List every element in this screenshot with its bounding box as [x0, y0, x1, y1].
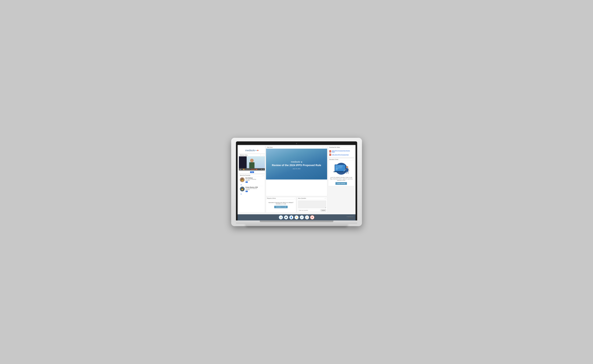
toolbar-icon-close[interactable]: ❌ — [310, 215, 314, 220]
email-icon-2[interactable] — [246, 191, 248, 192]
question-textarea[interactable] — [298, 201, 326, 208]
slide-widget-title: Slide Deck — [267, 147, 273, 148]
play-icon[interactable]: ▶ — [240, 169, 241, 170]
download-widget-title: Download the Slides — [329, 147, 340, 148]
laptop-base — [236, 221, 357, 224]
laptop-hinge — [260, 221, 333, 222]
svg-rect-4 — [338, 166, 343, 166]
presenter-title-2: VP, Electronic Measures — [246, 188, 264, 189]
powered-by-area: POWERED BY ON24 — [347, 216, 353, 219]
download-label-1: 2024 IPPS Proposed Rule Review [PDF] — [332, 150, 353, 153]
minimize-slide-icon[interactable]: − — [324, 147, 325, 148]
laptop-container: · · · · · · · · medisolv Webinar Vide — [231, 138, 362, 226]
toolbar-icon-video[interactable]: 💻 — [284, 215, 288, 220]
edu-text: Launch the Medisolv Education Center to … — [328, 177, 354, 181]
presenter-avatar-2: 👩 — [240, 187, 245, 191]
minimize-presenter-icon[interactable]: − — [262, 175, 262, 176]
download-list: PDF 2024 IPPS Proposed Rule Review [PDF]… — [328, 149, 354, 157]
presenter-widget-header: About the Presenter − □ — [239, 174, 265, 177]
toolbar-icon-resources[interactable]: 🔗 — [300, 215, 304, 220]
demo-widget-header: Request a Demo − — [266, 197, 296, 200]
webinar-layout: · · · · · · · · medisolv Webinar Vide — [238, 145, 355, 214]
toolbar-icon-slides[interactable]: 📊 — [279, 215, 283, 220]
presenter-info-1: Erin Heilman VP, Sales & Marketing Medis… — [246, 177, 264, 183]
camera-dot — [296, 143, 297, 144]
demo-text: Interested in learning more about our so… — [268, 202, 294, 205]
forward-icon[interactable]: ⏩ — [243, 169, 245, 170]
download-label-2: CMS 2024 IPPS Proposed Rule — [332, 154, 349, 156]
presenter-name-1: Erin Heilman — [246, 177, 264, 179]
presenter-company-2: Medisolv — [246, 189, 264, 190]
video-widget-title: Webinar Video — [240, 155, 248, 156]
play-label[interactable]: Play — [250, 171, 254, 173]
expand-arrow-2[interactable]: ▶ — [240, 193, 264, 195]
presenter-info-2: Kristen Beatson, BSN VP, Electronic Meas… — [246, 187, 264, 192]
expand-icon[interactable]: ⛶ — [260, 155, 261, 156]
minimize-download-icon[interactable]: − — [351, 147, 352, 148]
volume-icon[interactable]: 🔊 — [263, 169, 264, 170]
question-widget-controls: − □ — [324, 198, 326, 199]
close-presenter-icon[interactable]: □ — [263, 175, 264, 176]
download-widget-header: Download the Slides − □ — [328, 146, 354, 149]
svg-rect-3 — [336, 165, 338, 170]
toolbar-icon-question[interactable]: ✏️ — [294, 215, 299, 220]
slide-title: Review of the 2024 IPPS Proposed Rule — [272, 164, 321, 167]
education-widget-title: Education Center — [329, 159, 338, 160]
presenter-widget-controls: − □ — [262, 175, 264, 176]
svg-rect-7 — [338, 167, 342, 167]
question-panel: Ask a Question − □ Submit — [297, 197, 327, 213]
keep-learning-button[interactable]: Keep Learning — [335, 182, 347, 185]
webinar-video-widget: Webinar Video ⛶ − □ — [239, 154, 265, 173]
progress-dot — [256, 169, 257, 170]
minimize-question-icon[interactable]: − — [324, 198, 325, 199]
close-slide-icon[interactable]: □ — [326, 147, 326, 148]
svg-rect-9 — [338, 168, 341, 168]
presenter-title-1: VP, Sales & Marketing — [246, 179, 264, 180]
minimize-icon[interactable]: − — [262, 155, 262, 156]
presenter-name-2: Kristen Beatson, BSN — [246, 187, 264, 188]
close-download-icon[interactable]: □ — [353, 147, 353, 148]
about-presenter-widget: About the Presenter − □ 👩 — [239, 174, 265, 213]
fullscreen-slide-icon[interactable]: ⛶ — [322, 147, 323, 148]
video-widget-header: Webinar Video ⛶ − □ — [239, 154, 265, 156]
education-widget-header: Education Center − — [328, 158, 354, 161]
toolbar-icon-presenter[interactable]: 👤 — [289, 215, 293, 220]
download-widget-controls: − □ — [351, 147, 353, 148]
question-input[interactable] — [298, 209, 320, 212]
svg-point-11 — [346, 166, 348, 168]
email-icon-1[interactable] — [246, 182, 248, 183]
logo-text: medisolv — [245, 149, 255, 152]
download-item-2[interactable]: PDF CMS 2024 IPPS Proposed Rule — [329, 153, 353, 156]
svg-line-16 — [348, 172, 348, 173]
slide-deck-widget: Slide Deck ⛶ − □ · · · · · · · medisolv — [266, 146, 327, 196]
question-widget-header: Ask a Question − □ — [297, 197, 327, 200]
minimize-education-icon[interactable]: − — [353, 159, 353, 160]
submit-button[interactable]: Submit — [320, 209, 326, 212]
powered-by-text: POWERED BY — [347, 216, 353, 217]
demo-content: Interested in learning more about our so… — [266, 200, 296, 211]
schedule-button[interactable]: Schedule a 1:1 call — [274, 206, 288, 208]
presenter-company-1: Medisolv — [246, 180, 264, 181]
toolbar-icon-info[interactable]: 📋 — [305, 215, 309, 220]
presenter-item-1: 👩 Erin Heilman VP, Sales & Marketing Med… — [240, 177, 264, 183]
expand-arrow-1[interactable]: ▶ — [240, 184, 264, 186]
presenter-list: 👩 Erin Heilman VP, Sales & Marketing Med… — [239, 177, 265, 195]
video-area — [239, 156, 265, 168]
settings-icon[interactable]: ⚙ — [261, 169, 262, 170]
svg-rect-6 — [338, 167, 343, 167]
laptop-stand — [246, 224, 348, 226]
rewind-icon[interactable]: ↺ — [241, 169, 242, 170]
close-icon[interactable]: □ — [263, 155, 264, 156]
bottom-panels: Request a Demo − Interested in learning … — [266, 197, 327, 213]
pdf-icon-1: PDF — [329, 150, 331, 152]
minimize-demo-icon[interactable]: − — [294, 198, 295, 199]
download-item-1[interactable]: PDF 2024 IPPS Proposed Rule Review [PDF] — [329, 150, 353, 153]
close-question-icon[interactable]: □ — [326, 198, 326, 199]
progress-bar[interactable] — [251, 169, 260, 169]
question-input-row: Submit — [297, 209, 327, 213]
slide-date: July 19, 2023 — [293, 168, 300, 169]
download-panel: Download the Slides − □ PDF 2024 IPPS Pr… — [328, 146, 354, 157]
slide-logo: medisolv — [291, 161, 302, 163]
presenter-item-2: 👩 Kristen Beatson, BSN VP, Electronic Me… — [240, 187, 264, 192]
video-widget-controls: ⛶ − □ — [260, 155, 264, 156]
